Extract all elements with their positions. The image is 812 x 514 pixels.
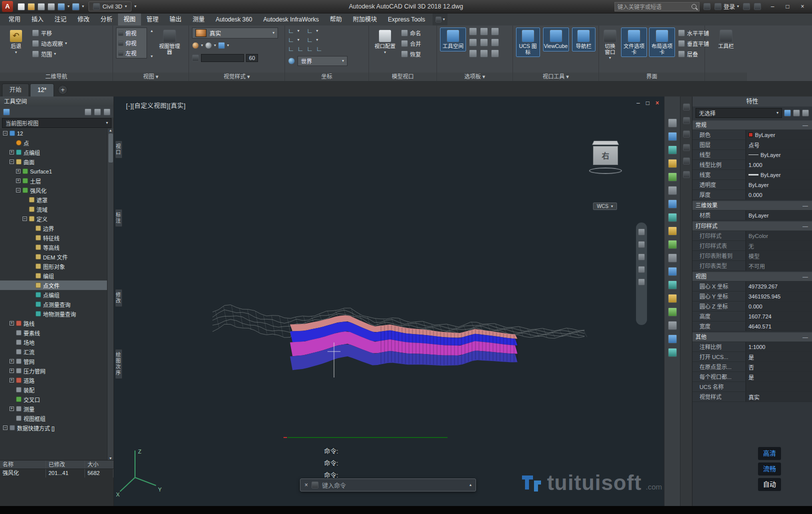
visual-styles-icon[interactable] [480,50,488,58]
cascade-button[interactable]: 层叠 [678,48,709,59]
shade-quality-field[interactable] [201,54,244,62]
ribbon-display-toggle[interactable]: ▾ [432,14,448,26]
caret-down-icon[interactable]: ▾ [68,4,70,8]
collapse-icon[interactable]: — [802,222,808,230]
panel-label[interactable]: 界面 [599,72,704,81]
undo-icon[interactable] [58,3,65,10]
motion-icon[interactable] [668,280,677,290]
viewcube-front-face[interactable]: 右 [593,146,618,165]
tree-item-17[interactable]: 点编组 [0,290,107,300]
property-row[interactable]: 打印样式ByColor [692,231,812,241]
extents-button[interactable]: 范围▾ [32,48,67,59]
viewport-tool-0[interactable]: UCS 图标 [516,28,540,57]
tree-item-3[interactable]: −曲面 [0,157,107,166]
scroll-down-icon[interactable] [683,171,690,178]
scroll-up-icon[interactable]: ▲ [150,29,154,32]
tree-item-31[interactable]: −数据快捷方式 [] [0,423,107,432]
sheet-set-icon[interactable] [491,28,499,36]
property-value[interactable]: ByLayer [746,130,812,140]
ribbon-tab-5[interactable]: 视图 [118,14,141,26]
zoom-window-icon[interactable] [668,159,677,168]
property-value[interactable]: 是 [746,372,812,382]
quality-button-2[interactable]: 自动 [758,478,781,491]
property-section-3[interactable]: 视图— [692,272,812,282]
tree-item-23[interactable]: 汇流 [0,347,107,356]
visual-style-dropdown[interactable]: 真实 ▾ [192,28,278,38]
property-section-0[interactable]: 常规— [692,120,812,130]
zoom-icon[interactable] [638,254,645,260]
join-viewports-button[interactable]: 合并 [401,38,421,48]
select-objects-icon[interactable] [793,110,800,116]
panel-label[interactable]: 坐标 [285,72,368,81]
measure-icon[interactable] [668,200,677,208]
design-center-icon[interactable] [480,38,488,46]
help-icon[interactable] [104,108,110,116]
ribbon-tab-6[interactable]: 管理 [141,14,164,26]
ucs-preset-icon[interactable]: ∟ [306,46,313,52]
tree-item-7[interactable]: 遮罩 [0,195,107,204]
new-tab-button[interactable]: + [58,85,68,94]
tree-item-19[interactable]: 地物测量查询 [0,309,107,318]
ribbon-tab-13[interactable]: Express Tools [382,14,430,26]
drawing-area[interactable]: ZXY 视口标注修改绘图次序 [-][自定义视图][真实] – □ × 右 WC… [114,96,664,506]
materials-icon[interactable] [218,42,225,49]
sun-icon[interactable] [668,240,677,249]
tree-item-22[interactable]: 场地 [0,338,107,347]
file-tab-1[interactable]: 12* [30,84,54,96]
scroll-down-icon[interactable]: ▼ [109,456,112,460]
scroll-up-icon[interactable] [683,158,690,164]
panel-label[interactable]: 模型视口 [369,72,436,81]
zoom-extents-icon[interactable] [668,172,677,182]
table-row[interactable]: 强风化201...415682 [0,469,114,478]
ribbon-tab-10[interactable]: Autodesk InfraWorks [258,14,324,26]
section-plane-icon[interactable] [668,186,677,195]
ucs-preset-icon[interactable]: ∟ [288,28,294,34]
column-header-0[interactable]: 名称 [0,460,46,468]
steering-wheels-icon[interactable] [668,308,677,316]
property-value[interactable]: 1607.724 [746,312,812,321]
column-header-2[interactable]: 大小 [85,460,114,468]
ribbon-tab-0[interactable]: 常用 [3,14,26,26]
named-views-button[interactable]: 命名 [401,28,421,38]
property-section-1[interactable]: 三维效果— [692,201,812,210]
base-view-icon[interactable] [668,213,677,222]
customize-icon[interactable] [312,482,318,488]
ribbon-tab-3[interactable]: 修改 [72,14,95,26]
viewport-close-button[interactable]: × [656,100,659,106]
back-button[interactable]: ↶ 后退 ▾ [3,28,29,56]
orbit-button[interactable]: 动态观察▾ [32,38,67,48]
full-navigation-wheel-icon[interactable] [638,228,645,236]
property-row[interactable]: 圆心 Y 坐标3461925.945 [692,292,812,302]
ribbon-tab-2[interactable]: 注记 [49,14,72,26]
property-row[interactable]: 透明度ByLayer [692,180,812,190]
property-row[interactable]: 材质ByLayer [692,210,812,220]
switch-windows-button[interactable]: 切换窗口 ▾ [602,28,618,62]
property-value[interactable] [746,382,812,392]
quality-button-1[interactable]: 流畅 [758,462,781,476]
viewcube-compass[interactable] [589,168,622,174]
ucs-preset-icon[interactable]: ∟ [298,46,304,52]
pan-button[interactable]: 平移 [32,28,67,38]
property-value[interactable]: 不可用 [746,261,812,270]
tree-item-27[interactable]: 装配 [0,385,107,394]
property-value[interactable]: 4640.571 [746,322,812,331]
command-line[interactable]: × 键入命令 ▴ [300,478,476,492]
property-value[interactable]: ByLayer [746,150,812,160]
views-scroll[interactable]: ▲ ▼ [150,28,154,60]
panel-label[interactable]: 视图 ▾ [113,72,188,81]
collapse-icon[interactable]: — [802,272,808,281]
visual-styles-icon[interactable] [192,42,199,49]
ribbon-tab-9[interactable]: Autodesk 360 [210,14,258,26]
pan-icon[interactable] [668,132,677,141]
wcs-menu[interactable]: WCS ▾ [593,202,617,210]
property-value[interactable]: 是 [746,352,812,362]
property-value[interactable]: 0.000 [746,302,812,311]
binoculars-icon[interactable] [704,3,710,10]
selection-dropdown[interactable]: 无选择 ▾ [696,108,782,118]
count-icon[interactable] [469,50,477,58]
property-value[interactable]: 1.000 [746,160,812,170]
collapse-icon[interactable]: — [802,201,808,210]
tree-item-2[interactable]: +点编组 [0,148,107,157]
tree-expander[interactable]: − [3,426,8,430]
tree-expander[interactable]: + [16,178,20,183]
